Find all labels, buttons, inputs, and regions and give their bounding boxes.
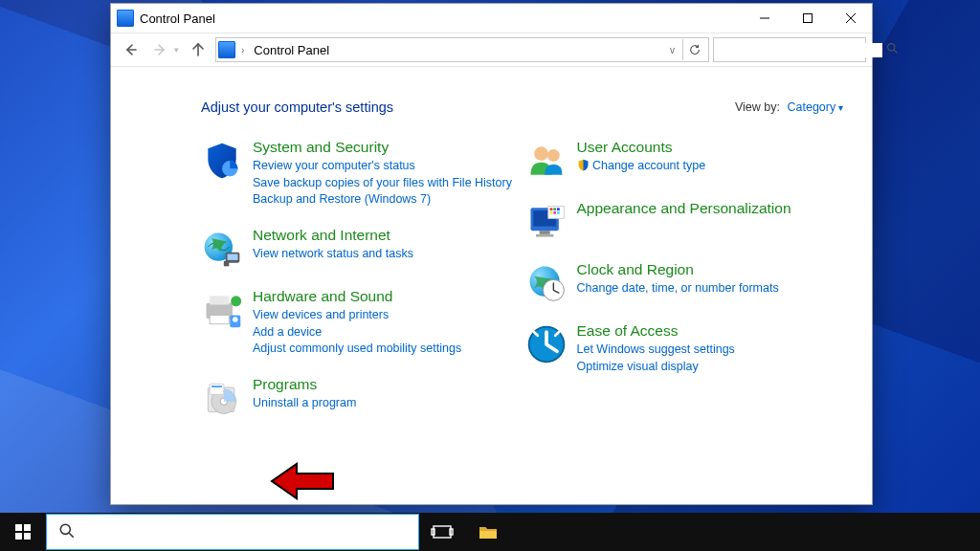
- content-area: Adjust your computer's settings View by:…: [111, 67, 872, 504]
- control-panel-app-icon: [117, 10, 134, 27]
- svg-rect-25: [553, 208, 556, 210]
- svg-rect-29: [557, 211, 560, 214]
- access-icon: [525, 323, 568, 365]
- svg-rect-6: [224, 261, 230, 267]
- svg-point-1: [888, 44, 895, 51]
- svg-point-40: [60, 524, 70, 534]
- task-view-button[interactable]: [419, 513, 465, 551]
- address-dropdown-icon[interactable]: v: [663, 45, 680, 55]
- category-link[interactable]: Save backup copies of your files with Fi…: [253, 175, 520, 192]
- view-by-value[interactable]: Category: [787, 100, 843, 114]
- up-button[interactable]: [185, 36, 212, 63]
- minimize-button[interactable]: [743, 5, 786, 33]
- taskbar-search-box[interactable]: [46, 514, 419, 550]
- address-breadcrumb[interactable]: › Control Panel v: [215, 37, 709, 62]
- category-title[interactable]: Network and Internet: [253, 226, 520, 244]
- page-heading: Adjust your computer's settings: [201, 99, 393, 115]
- category-link[interactable]: Review your computer's status: [253, 158, 520, 175]
- category-link[interactable]: Change date, time, or number formats: [577, 280, 844, 298]
- category-title[interactable]: Clock and Region: [577, 260, 844, 278]
- svg-rect-31: [536, 234, 553, 237]
- window-titlebar[interactable]: Control Panel: [111, 4, 872, 33]
- search-icon[interactable]: [886, 42, 899, 57]
- category-link[interactable]: View devices and printers: [253, 307, 520, 324]
- category-user-accounts: User Accounts Change account type: [525, 138, 844, 182]
- svg-point-10: [231, 296, 241, 306]
- control-panel-location-icon: [218, 41, 235, 58]
- category-title[interactable]: System and Security: [253, 138, 520, 156]
- desktop-background: Control Panel ▾: [0, 0, 980, 551]
- category-network-internet: Network and Internet View network status…: [201, 226, 520, 270]
- task-view-icon: [431, 520, 454, 543]
- taskbar[interactable]: [0, 513, 980, 551]
- category-link[interactable]: Adjust commonly used mobility settings: [253, 341, 520, 358]
- category-link-text: Change account type: [592, 159, 705, 172]
- back-button[interactable]: [117, 36, 144, 63]
- shield-icon: [201, 140, 243, 182]
- svg-rect-5: [228, 253, 238, 259]
- category-link[interactable]: View network status and tasks: [253, 246, 520, 263]
- category-system-security: System and Security Review your computer…: [201, 138, 520, 209]
- svg-point-19: [534, 146, 548, 161]
- svg-rect-9: [210, 315, 229, 323]
- svg-rect-38: [15, 533, 22, 540]
- category-title[interactable]: Programs: [253, 375, 520, 393]
- windows-logo-icon: [15, 524, 31, 540]
- folder-icon: [477, 520, 500, 543]
- address-toolbar: ▾ › Control Panel v: [111, 33, 872, 67]
- globe-icon: [201, 228, 243, 270]
- maximize-button[interactable]: [786, 5, 829, 33]
- link-uninstall-a-program[interactable]: Uninstall a program: [253, 395, 520, 412]
- category-hardware-sound: Hardware and Sound View devices and prin…: [201, 287, 520, 358]
- printer-icon: [201, 289, 243, 331]
- forward-button[interactable]: [147, 36, 174, 63]
- category-title[interactable]: Ease of Access: [577, 321, 844, 340]
- search-input[interactable]: [722, 43, 882, 57]
- view-by-control[interactable]: View by: Category: [735, 100, 843, 114]
- category-clock-region: Clock and Region Change date, time, or n…: [525, 260, 844, 304]
- category-link[interactable]: Change account type: [577, 158, 844, 175]
- people-icon: [525, 140, 568, 182]
- view-by-label: View by:: [735, 100, 780, 114]
- window-title: Control Panel: [140, 11, 215, 26]
- chevron-right-icon[interactable]: ›: [237, 45, 248, 55]
- svg-rect-39: [24, 533, 31, 540]
- right-column: User Accounts Change account type: [525, 138, 844, 436]
- search-box[interactable]: [713, 37, 866, 62]
- breadcrumb-control-panel[interactable]: Control Panel: [250, 41, 333, 59]
- svg-rect-27: [549, 211, 552, 214]
- svg-rect-17: [210, 384, 224, 394]
- svg-rect-26: [557, 208, 560, 210]
- control-panel-window: Control Panel ▾: [110, 3, 873, 505]
- shield-badge-icon: [577, 159, 590, 171]
- svg-point-20: [546, 149, 559, 162]
- category-link[interactable]: Let Windows suggest settings: [577, 342, 844, 359]
- clock-icon: [525, 262, 568, 304]
- search-icon: [58, 522, 76, 542]
- svg-rect-36: [15, 524, 22, 531]
- category-appearance-personalization: Appearance and Personalization: [525, 199, 844, 243]
- refresh-button[interactable]: [682, 39, 706, 60]
- start-button[interactable]: [0, 513, 46, 551]
- category-programs: Programs Uninstall a program: [201, 375, 520, 419]
- svg-rect-24: [549, 208, 552, 210]
- svg-rect-28: [553, 211, 556, 214]
- category-link[interactable]: Backup and Restore (Windows 7): [253, 191, 520, 209]
- close-button[interactable]: [829, 5, 872, 33]
- category-link[interactable]: Optimize visual display: [577, 359, 844, 376]
- category-link[interactable]: Add a device: [253, 324, 520, 342]
- file-explorer-taskbar-button[interactable]: [465, 513, 511, 551]
- recent-dropdown-icon[interactable]: ▾: [174, 45, 179, 55]
- svg-rect-0: [803, 14, 812, 23]
- category-title[interactable]: Appearance and Personalization: [577, 199, 844, 217]
- svg-rect-30: [539, 231, 549, 234]
- disc-icon: [201, 377, 243, 419]
- svg-rect-18: [212, 386, 222, 387]
- svg-rect-41: [434, 526, 451, 538]
- svg-rect-37: [24, 524, 31, 531]
- left-column: System and Security Review your computer…: [201, 138, 520, 436]
- svg-rect-8: [210, 296, 229, 304]
- category-title[interactable]: Hardware and Sound: [253, 287, 520, 305]
- category-title[interactable]: User Accounts: [577, 138, 844, 156]
- personalization-icon: [525, 201, 568, 243]
